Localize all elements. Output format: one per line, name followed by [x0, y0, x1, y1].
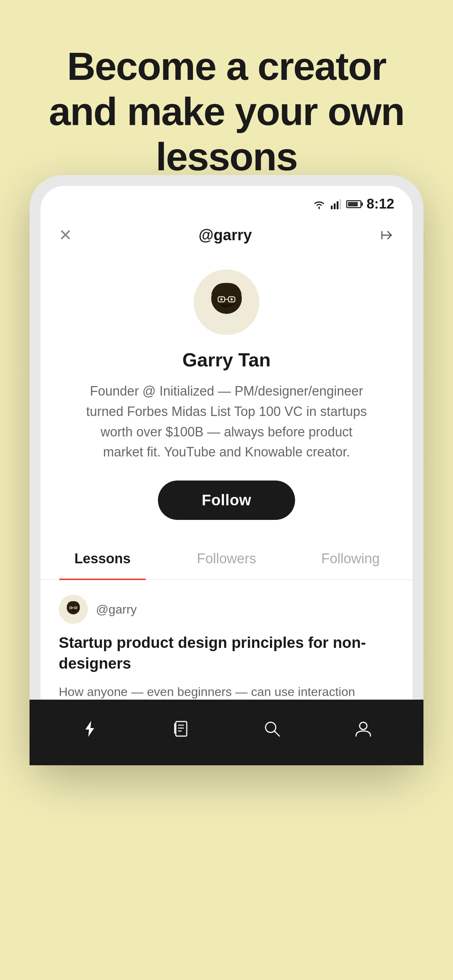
status-icons: 8:12	[313, 196, 394, 212]
svg-point-23	[360, 722, 367, 730]
lesson-author-row: @garry	[59, 595, 394, 624]
search-icon	[263, 719, 282, 738]
avatar-image	[199, 275, 254, 329]
tab-followers[interactable]: Followers	[164, 538, 289, 579]
nav-search[interactable]	[257, 714, 287, 743]
svg-rect-0	[331, 205, 333, 209]
battery-icon	[346, 200, 362, 208]
tabs-container: Lessons Followers Following	[40, 538, 413, 580]
svg-rect-2	[337, 201, 338, 209]
avatar	[194, 269, 259, 335]
svg-point-15	[75, 608, 77, 608]
notebook-icon	[171, 719, 190, 738]
nav-profile[interactable]	[349, 714, 378, 743]
svg-point-14	[71, 608, 72, 608]
svg-line-22	[274, 731, 279, 736]
status-bar: 8:12	[40, 186, 413, 215]
app-header: ✕ @garry	[40, 215, 413, 255]
svg-rect-3	[340, 199, 341, 209]
nav-notebook[interactable]	[166, 714, 196, 743]
flash-icon	[80, 719, 99, 738]
tab-lessons[interactable]: Lessons	[40, 538, 164, 579]
svg-point-9	[231, 298, 233, 301]
svg-rect-16	[176, 722, 187, 736]
status-time: 8:12	[367, 196, 394, 212]
profile-bio: Founder @ Initialized — PM/designer/engi…	[81, 381, 372, 462]
hero-headline: Become a creator and make your own lesso…	[0, 0, 453, 202]
header-username: @garry	[198, 226, 252, 244]
phone-mockup: 8:12 ✕ @garry	[30, 175, 423, 765]
phone-screen: 8:12 ✕ @garry	[40, 186, 413, 754]
signal-icon	[331, 199, 341, 209]
wifi-icon	[313, 199, 326, 209]
svg-rect-1	[334, 204, 335, 209]
close-button[interactable]: ✕	[59, 227, 72, 243]
share-icon[interactable]	[378, 227, 394, 243]
follow-button[interactable]: Follow	[158, 480, 295, 520]
profile-icon	[354, 719, 373, 738]
tab-following[interactable]: Following	[289, 538, 413, 579]
lesson-author-handle: @garry	[96, 602, 137, 617]
svg-point-8	[220, 298, 222, 301]
bottom-nav	[40, 700, 413, 754]
lesson-avatar	[59, 595, 88, 624]
profile-name: Garry Tan	[182, 349, 271, 371]
nav-flash[interactable]	[75, 714, 104, 743]
lesson-title: Startup product design principles for no…	[59, 633, 394, 674]
profile-section: Garry Tan Founder @ Initialized — PM/des…	[40, 255, 413, 538]
lesson-avatar-image	[62, 598, 85, 621]
